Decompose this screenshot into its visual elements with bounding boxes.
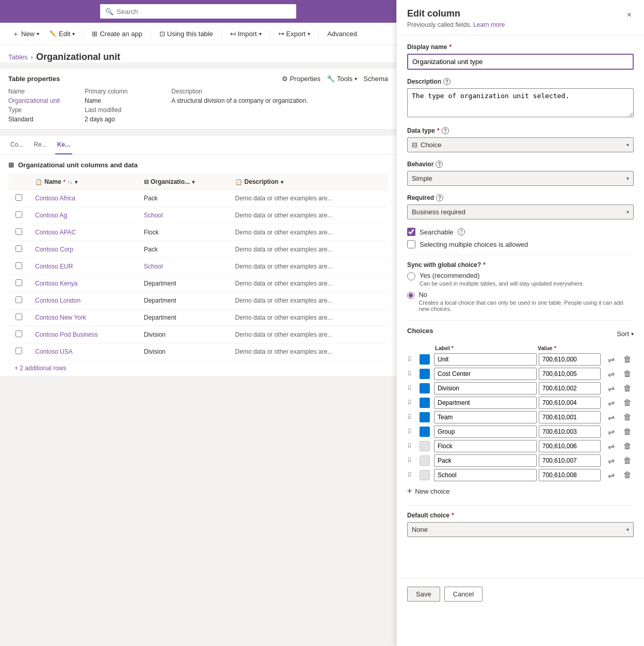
col-header-name[interactable]: 📋 Name * ↑↓ ▾: [29, 174, 138, 190]
choice-label-input[interactable]: [434, 440, 537, 452]
behavior-select[interactable]: Simple ▾: [407, 171, 634, 186]
tab-columns[interactable]: Co...: [8, 136, 25, 154]
drag-handle[interactable]: ⠿: [407, 399, 417, 406]
row-checkbox[interactable]: [15, 348, 22, 354]
col-header-description[interactable]: 📋 Description ▾: [229, 174, 388, 190]
choice-delete-icon[interactable]: 🗑: [621, 427, 634, 436]
required-select[interactable]: Business required ▾: [407, 204, 634, 219]
sync-no-radio[interactable]: [407, 291, 414, 300]
search-input[interactable]: [117, 8, 291, 15]
row-checkbox[interactable]: [15, 262, 22, 269]
display-name-input[interactable]: [407, 54, 634, 70]
row-name-link[interactable]: Contoso New York: [35, 314, 86, 321]
choice-value-input[interactable]: [539, 454, 601, 467]
breadcrumb-parent[interactable]: Tables: [8, 53, 28, 61]
choice-value-input[interactable]: [539, 397, 601, 409]
save-button[interactable]: Save: [407, 587, 440, 602]
choice-options-icon[interactable]: ⇌: [603, 355, 619, 365]
choice-delete-icon[interactable]: 🗑: [621, 470, 634, 480]
using-this-table-button[interactable]: ⊡ Using this table: [155, 27, 217, 41]
schema-button[interactable]: Schema: [363, 75, 388, 83]
drag-handle[interactable]: ⠿: [407, 457, 417, 464]
color-swatch[interactable]: [420, 398, 430, 408]
export-button[interactable]: ↦ Export ▾: [275, 27, 315, 41]
choice-label-input[interactable]: [434, 411, 537, 423]
name-value[interactable]: Organizational unit: [8, 97, 81, 104]
choice-options-icon[interactable]: ⇌: [603, 413, 619, 422]
drag-handle[interactable]: ⠿: [407, 385, 417, 392]
data-type-select[interactable]: ⊟ Choice ▾: [407, 137, 634, 152]
drag-handle[interactable]: ⠿: [407, 370, 417, 377]
searchable-checkbox[interactable]: [407, 228, 415, 236]
col-header-org-type[interactable]: ⊟ Organizatio... ▾: [138, 174, 229, 190]
choice-options-icon[interactable]: ⇌: [603, 427, 619, 437]
drag-handle[interactable]: ⠿: [407, 414, 417, 421]
row-checkbox[interactable]: [15, 296, 22, 303]
choice-label-input[interactable]: [434, 426, 537, 438]
color-swatch[interactable]: [420, 412, 430, 422]
choice-value-input[interactable]: [539, 440, 601, 452]
add-choice-button[interactable]: + New choice: [407, 483, 450, 499]
choice-value-input[interactable]: [539, 353, 601, 366]
choice-delete-icon[interactable]: 🗑: [621, 413, 634, 422]
row-name-link[interactable]: Contoso Africa: [35, 195, 75, 202]
data-table-container[interactable]: 📋 Name * ↑↓ ▾ ⊟ Organizatio...: [8, 174, 388, 376]
choice-delete-icon[interactable]: 🗑: [621, 384, 634, 393]
choice-label-input[interactable]: [434, 382, 537, 395]
choice-options-icon[interactable]: ⇌: [603, 398, 619, 408]
color-swatch[interactable]: [420, 470, 430, 480]
choice-label-input[interactable]: [434, 454, 537, 467]
drag-handle[interactable]: ⠿: [407, 443, 417, 450]
choice-value-input[interactable]: [539, 426, 601, 438]
color-swatch[interactable]: [420, 354, 430, 365]
drag-handle[interactable]: ⠿: [407, 356, 417, 363]
sync-yes-radio[interactable]: [407, 272, 415, 280]
tab-keys[interactable]: Ke...: [55, 136, 72, 154]
choice-options-icon[interactable]: ⇌: [603, 369, 619, 379]
choice-label-input[interactable]: [434, 368, 537, 380]
tab-relationships[interactable]: Re...: [31, 136, 49, 154]
choice-label-input[interactable]: [434, 397, 537, 409]
edit-button[interactable]: ✏️ Edit ▾: [45, 27, 79, 41]
drag-handle[interactable]: ⠿: [407, 471, 417, 479]
choice-delete-icon[interactable]: 🗑: [621, 456, 634, 465]
advanced-button[interactable]: Advanced: [323, 27, 361, 41]
choice-value-input[interactable]: [539, 411, 601, 423]
row-name-link[interactable]: Contoso Ag: [35, 212, 67, 219]
row-checkbox[interactable]: [15, 313, 22, 320]
create-app-button[interactable]: ⊞ Create an app: [88, 27, 146, 41]
choice-delete-icon[interactable]: 🗑: [621, 442, 634, 451]
properties-button[interactable]: ⚙ Properties: [282, 75, 320, 83]
color-swatch[interactable]: [420, 383, 430, 393]
row-checkbox[interactable]: [15, 228, 22, 235]
panel-scroll-area[interactable]: Display name * Description ? The type of…: [397, 35, 644, 578]
choice-delete-icon[interactable]: 🗑: [621, 355, 634, 364]
choice-label-input[interactable]: [434, 353, 537, 366]
description-textarea[interactable]: The type of organization unit selected.: [407, 88, 634, 117]
import-button[interactable]: ↤ Import ▾: [226, 27, 266, 41]
choice-options-icon[interactable]: ⇌: [603, 442, 619, 451]
row-checkbox[interactable]: [15, 194, 22, 201]
more-rows-link[interactable]: + 2 additional rows: [8, 360, 388, 376]
row-name-link[interactable]: Contoso London: [35, 297, 81, 304]
choice-delete-icon[interactable]: 🗑: [621, 398, 634, 407]
color-swatch[interactable]: [420, 441, 430, 451]
row-name-link[interactable]: Contoso Kenya: [35, 280, 77, 287]
row-checkbox[interactable]: [15, 211, 22, 218]
choice-delete-icon[interactable]: 🗑: [621, 369, 634, 379]
color-swatch[interactable]: [420, 369, 430, 379]
color-swatch[interactable]: [420, 427, 430, 437]
tools-button[interactable]: 🔧 Tools ▾: [327, 75, 357, 83]
choice-options-icon[interactable]: ⇌: [603, 384, 619, 393]
row-checkbox[interactable]: [15, 279, 22, 286]
choice-value-input[interactable]: [539, 469, 601, 481]
row-checkbox[interactable]: [15, 330, 22, 337]
choice-value-input[interactable]: [539, 382, 601, 395]
row-name-link[interactable]: Contoso EUR: [35, 263, 73, 270]
row-name-link[interactable]: Contoso APAC: [35, 229, 76, 236]
color-swatch[interactable]: [420, 455, 430, 466]
sort-button[interactable]: Sort ▾: [617, 330, 634, 338]
choice-options-icon[interactable]: ⇌: [603, 470, 619, 480]
learn-more-link[interactable]: Learn more: [473, 21, 505, 28]
row-name-link[interactable]: Contoso Corp: [35, 246, 73, 253]
